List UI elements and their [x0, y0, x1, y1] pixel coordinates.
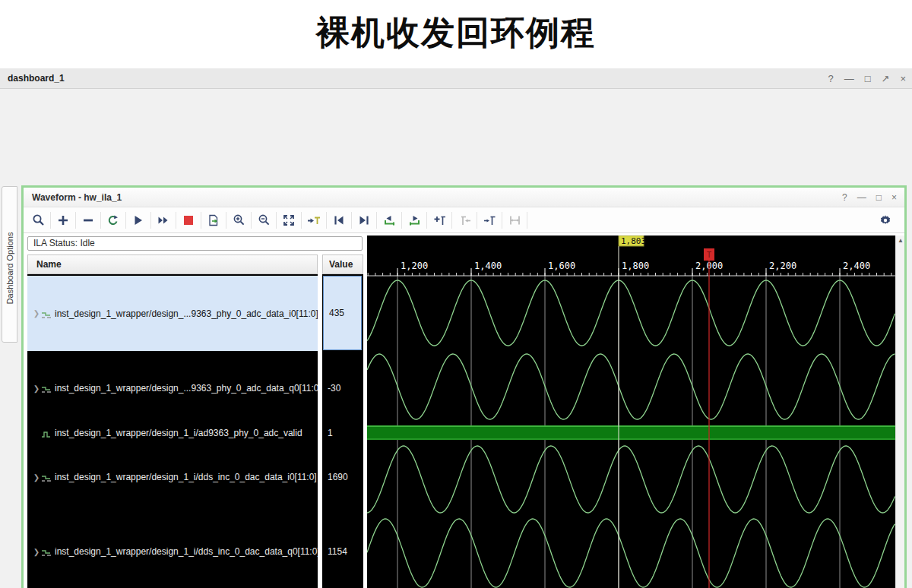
swap-markers-icon [503, 210, 526, 230]
toolbar-separator [351, 212, 352, 229]
ila-status-bar: ILA Status: Idle [27, 236, 363, 251]
toolbar-separator [100, 212, 101, 229]
zoom-fit-icon[interactable] [277, 210, 300, 230]
signal-row[interactable]: ❯inst_design_1_wrapper/design_...9363_ph… [27, 276, 318, 351]
svg-text:1,400: 1,400 [474, 261, 502, 271]
signal-value: 1 [322, 428, 333, 438]
toolbar-separator [75, 212, 76, 229]
ila-status-value: Idle [80, 238, 94, 248]
waveform-window: Waveform - hw_ila_1 ? — □ × ILA Status: … [21, 185, 907, 588]
signal-row[interactable]: ❯inst_design_1_wrapper/design_1_i/dds_in… [27, 440, 318, 514]
signal-value: 435 [324, 308, 344, 318]
bus-signal-icon [41, 309, 52, 318]
signal-row[interactable]: ❯inst_design_1_wrapper/design_...9363_ph… [27, 351, 318, 425]
signal-name: inst_design_1_wrapper/design_1_i/dds_inc… [55, 472, 317, 482]
signal-name: inst_design_1_wrapper/design_1_i/dds_inc… [55, 546, 318, 557]
maximize-icon[interactable]: □ [865, 74, 871, 84]
signal-row[interactable]: ❯inst_design_1_wrapper/design_1_i/dds_in… [27, 514, 318, 588]
float-icon[interactable]: ↗ [882, 74, 890, 84]
minimize-icon[interactable]: — [844, 74, 854, 84]
remove-icon[interactable] [77, 210, 100, 230]
next-transition-icon[interactable] [403, 210, 426, 230]
waveform-canvas[interactable]: 1,2001,4001,6001,8002,0002,2002,4001,803… [367, 236, 895, 588]
add-marker-icon[interactable] [428, 210, 451, 230]
export-ila-data-icon[interactable] [202, 210, 225, 230]
auto-re-trigger-icon[interactable] [102, 210, 125, 230]
signal-value-cell[interactable]: 1690 [322, 440, 363, 514]
signal-value-cell[interactable]: 1154 [322, 514, 363, 588]
signal-name: inst_design_1_wrapper/design_...9363_phy… [55, 308, 318, 319]
run-trigger-immediate-icon[interactable] [152, 210, 175, 230]
column-header-name[interactable]: Name [27, 254, 318, 274]
vertical-scrollbar[interactable]: ▲ ▼ [895, 236, 904, 588]
bit-signal-icon [41, 428, 52, 438]
expand-chevron-icon[interactable]: ❯ [32, 384, 41, 393]
signal-value-panel[interactable]: 435-301169011541 [322, 274, 363, 588]
dashboard-options-tab[interactable]: Dashboard Options [2, 186, 17, 343]
selected-value-box: 435 [323, 276, 362, 350]
previous-transition-icon[interactable] [378, 210, 401, 230]
maximize-icon[interactable]: □ [876, 192, 882, 203]
close-icon[interactable]: × [900, 74, 906, 84]
add-icon[interactable] [52, 210, 74, 230]
expand-chevron-icon[interactable]: ❯ [32, 548, 41, 556]
find-icon[interactable] [27, 210, 49, 230]
dashboard-title: dashboard_1 [0, 73, 65, 84]
zoom-in-icon[interactable] [227, 210, 250, 230]
dashboard-window-controls: ? — □ ↗ × [828, 68, 906, 89]
waveform-title: Waveform - hw_ila_1 [24, 192, 122, 203]
toolbar-separator [201, 212, 201, 229]
signal-value-cell[interactable]: -30 [322, 351, 363, 425]
dashboard-body: Dashboard Options Waveform - hw_ila_1 ? … [0, 89, 912, 588]
scroll-up-icon[interactable]: ▲ [896, 236, 905, 245]
help-icon[interactable]: ? [842, 192, 847, 203]
signal-value: 1690 [322, 472, 348, 482]
toolbar-separator [301, 212, 302, 229]
go-to-time-icon[interactable] [302, 210, 325, 230]
toolbar-separator [451, 212, 452, 229]
previous-marker-icon [453, 210, 476, 230]
close-icon[interactable]: × [891, 192, 897, 203]
svg-text:2,400: 2,400 [843, 261, 870, 271]
signal-value-cell[interactable]: 1 [322, 425, 363, 440]
toolbar-separator [426, 212, 427, 229]
go-to-end-icon[interactable] [353, 210, 375, 230]
bus-signal-icon [41, 473, 52, 482]
go-to-start-icon[interactable] [328, 210, 350, 230]
minimize-icon[interactable]: — [857, 192, 866, 203]
toolbar-separator [527, 212, 527, 229]
screen: 裸机收发回环例程 dashboard_1 ? — □ ↗ × Dashboard… [0, 0, 912, 588]
toolbar-separator [477, 212, 477, 229]
help-icon[interactable]: ? [828, 74, 833, 84]
waveform-plot-area[interactable]: 1,2001,4001,6001,8002,0002,2002,4001,803… [367, 236, 895, 588]
toolbar-separator [226, 212, 226, 229]
toolbar-separator [276, 212, 277, 229]
svg-text:1,200: 1,200 [401, 261, 428, 271]
signal-name-panel[interactable]: ❯inst_design_1_wrapper/design_...9363_ph… [27, 274, 318, 588]
dashboard-options-label: Dashboard Options [2, 191, 17, 346]
svg-text:1,800: 1,800 [622, 261, 649, 271]
settings-gear-icon[interactable] [874, 210, 897, 230]
signal-value: -30 [322, 383, 340, 394]
toolbar-separator [502, 212, 502, 229]
expand-chevron-icon[interactable]: ❯ [32, 473, 41, 482]
waveform-toolbar [24, 207, 904, 233]
signal-name: inst_design_1_wrapper/design_1_i/ad9363_… [55, 428, 302, 438]
stop-trigger-icon[interactable] [177, 210, 200, 230]
svg-text:T: T [707, 251, 711, 259]
waveform-content: ILA Status: Idle Name Value ❯inst_design… [24, 233, 904, 588]
next-marker-icon[interactable] [478, 210, 501, 230]
signal-value-cell[interactable]: 435 [322, 276, 363, 351]
run-trigger-icon[interactable] [127, 210, 150, 230]
dashboard-titlebar: dashboard_1 ? — □ ↗ × [0, 68, 912, 89]
zoom-out-icon[interactable] [252, 210, 275, 230]
toolbar-separator [326, 212, 327, 229]
toolbar-separator [50, 212, 51, 229]
signal-row[interactable]: inst_design_1_wrapper/design_1_i/ad9363_… [27, 425, 318, 440]
column-header-value[interactable]: Value [322, 254, 363, 274]
toolbar-separator [125, 212, 126, 229]
waveform-titlebar[interactable]: Waveform - hw_ila_1 ? — □ × [24, 188, 904, 207]
toolbar-separator [150, 212, 151, 229]
svg-text:1,803: 1,803 [621, 236, 646, 246]
expand-chevron-icon[interactable]: ❯ [32, 309, 41, 318]
